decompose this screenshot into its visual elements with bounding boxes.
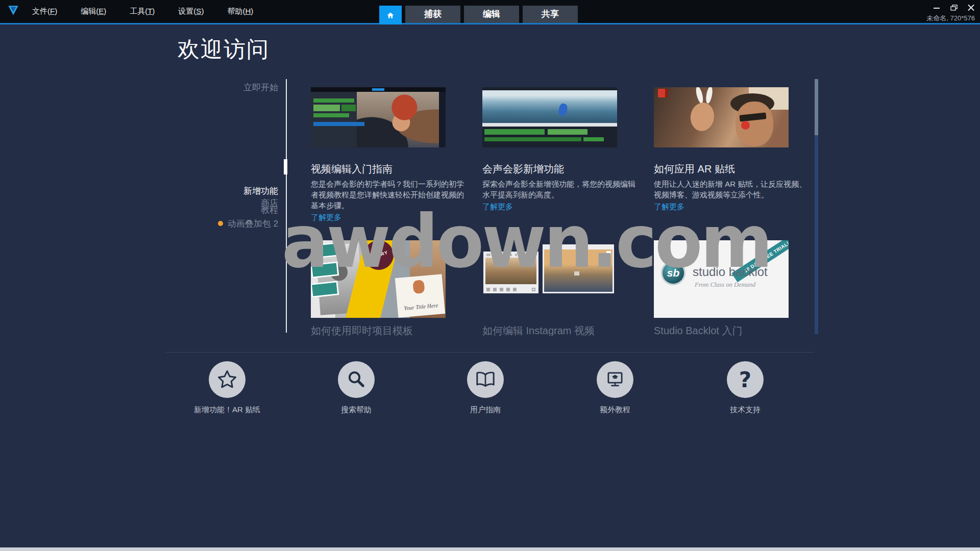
home-icon: [386, 11, 395, 20]
tab-edit[interactable]: 编辑: [464, 6, 519, 23]
minimize-button[interactable]: [933, 4, 940, 10]
card-description: 探索会声会影全新增强功能，将您的视频编辑水平提高到新的高度。: [482, 179, 642, 200]
menu-file[interactable]: 文件(F): [20, 7, 69, 16]
quick-link-user-guide[interactable]: 用户指南: [434, 361, 536, 415]
quick-link-label: 新增功能！AR 贴纸: [176, 405, 278, 415]
card-new-features: 会声会影新增功能 探索会声会影全新增强功能，将您的视频编辑水平提高到新的高度。 …: [482, 87, 642, 212]
workspace-tabs: 捕获 编辑 共享: [379, 6, 578, 24]
close-button[interactable]: [968, 4, 975, 10]
card-title[interactable]: 如何使用即时项目模板: [311, 324, 470, 336]
card-thumbnail[interactable]: [654, 87, 789, 147]
tab-home[interactable]: [379, 6, 402, 24]
menu-edit[interactable]: 编辑(E): [69, 7, 118, 16]
nav-animation-overlay-pack[interactable]: 动画叠加包 2: [0, 218, 278, 230]
welcome-page: 欢迎访问 立即开始 新增功能 教程 商店 动画叠加包 2 视频编辑入门指南 您是…: [0, 24, 980, 547]
menu-bar: 文件(F) 编辑(E) 工具(T) 设置(S) 帮助(H): [20, 0, 265, 23]
template-card-title: Your Title Here: [397, 302, 445, 312]
bottom-edge: [0, 547, 980, 551]
nav-get-started[interactable]: 立即开始: [0, 82, 278, 93]
scrollbar-track[interactable]: [815, 79, 818, 334]
card-thumbnail[interactable]: [311, 87, 446, 147]
quick-link-label: 搜索帮助: [305, 405, 407, 415]
quick-link-label: 技术支持: [694, 405, 796, 415]
quick-link-label: 用户指南: [434, 405, 536, 415]
quick-link-search-help[interactable]: 搜索帮助: [305, 361, 407, 415]
menu-tools[interactable]: 工具(T): [118, 7, 166, 16]
book-icon: [467, 361, 504, 398]
star-icon: [209, 361, 246, 398]
quick-link-tech-support[interactable]: ? 技术支持: [694, 361, 796, 415]
menu-settings[interactable]: 设置(S): [166, 7, 215, 16]
tab-share[interactable]: 共享: [523, 6, 578, 23]
quick-link-extra-tutorials[interactable]: 额外教程: [564, 361, 666, 415]
nav-new-features[interactable]: 新增功能: [0, 185, 278, 197]
quick-link-label: 额外教程: [564, 405, 666, 415]
title-bar: 文件(F) 编辑(E) 工具(T) 设置(S) 帮助(H) 捕获 编辑 共享: [0, 0, 980, 24]
card-thumbnail[interactable]: [482, 87, 617, 147]
card-title[interactable]: Studio Backlot 入门: [654, 324, 813, 336]
nav-store[interactable]: 商店: [0, 197, 278, 209]
quick-link-new-features-ar[interactable]: 新增功能！AR 贴纸: [176, 361, 278, 415]
card-ar-stickers: 如何应用 AR 贴纸 使用让人入迷的新增 AR 贴纸，让反应视频、视频博客、游戏…: [654, 87, 813, 212]
menu-help[interactable]: 帮助(H): [215, 7, 265, 16]
nav-active-indicator: [284, 159, 287, 174]
app-logo-icon: [7, 4, 20, 17]
card-title[interactable]: 视频编辑入门指南: [311, 162, 470, 176]
card-title[interactable]: 会声会影新增功能: [482, 162, 642, 176]
restore-button[interactable]: [950, 4, 958, 10]
tab-capture[interactable]: 捕获: [405, 6, 460, 23]
search-icon: [338, 361, 375, 398]
page-title: 欢迎访问: [178, 35, 270, 64]
section-divider: [166, 352, 814, 353]
window-controls: [933, 4, 975, 10]
card-title[interactable]: 如何应用 AR 贴纸: [654, 162, 813, 176]
card-title[interactable]: 如何编辑 Instagram 视频: [482, 324, 642, 336]
card-description: 使用让人入迷的新增 AR 贴纸，让反应视频、视频博客、游戏视频等立添个性。: [654, 179, 813, 200]
orange-dot-icon: [218, 221, 223, 226]
document-info: 未命名, 720*576: [926, 14, 975, 23]
tutorials-monitor-icon: [597, 361, 633, 398]
question-icon: ?: [727, 361, 764, 398]
scrollbar-thumb[interactable]: [815, 79, 818, 135]
watermark: awdown.com: [282, 206, 771, 279]
